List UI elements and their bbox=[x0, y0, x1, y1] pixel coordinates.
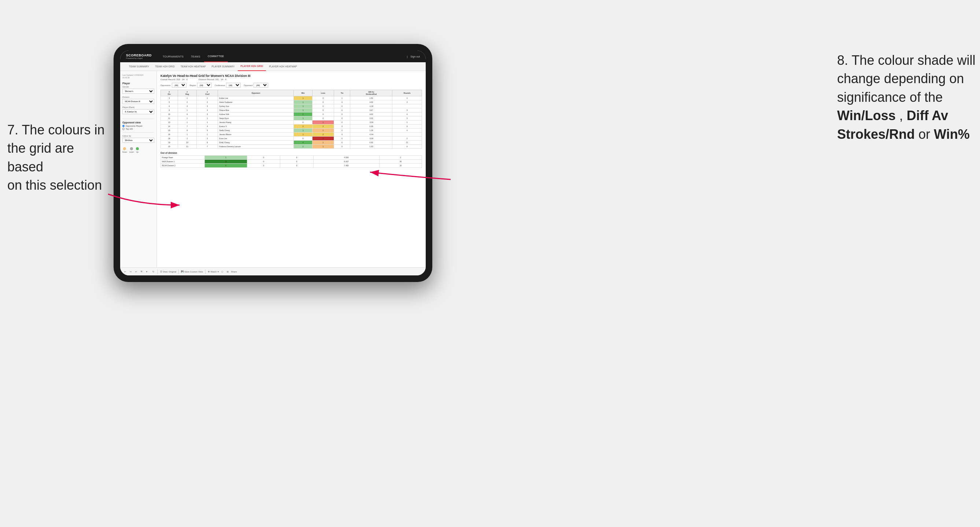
sidebar-colour-by-select[interactable]: Win/loss bbox=[123, 138, 154, 143]
sidebar-radio-opponents-played[interactable]: Opponents Played bbox=[123, 125, 154, 127]
col-loss: Loss bbox=[312, 90, 334, 96]
colour-dot-down bbox=[123, 147, 126, 150]
sidebar-gender-label: Gender bbox=[123, 86, 154, 88]
colour-dot-level bbox=[130, 147, 133, 150]
filter-opponent-select[interactable]: (All) bbox=[253, 83, 268, 87]
colour-legend-level-label: Level bbox=[129, 151, 134, 153]
sub-nav-team-summary[interactable]: TEAM SUMMARY bbox=[126, 62, 152, 71]
sub-nav-team-h2h-heatmap[interactable]: TEAM H2H HEATMAP bbox=[178, 62, 209, 71]
sidebar-colour-by-label: Colour by bbox=[123, 135, 154, 137]
toolbar-redo[interactable]: ↪ bbox=[129, 270, 133, 273]
sidebar-player-rank-select[interactable]: 8. Katelyn Vo bbox=[123, 109, 154, 114]
annotation-left: 7. The colours in the grid are based on … bbox=[7, 121, 110, 195]
table-row: 522 Alexis Sudjianto 1 0 0 4.003 bbox=[161, 100, 422, 105]
toolbar-divider-3 bbox=[205, 270, 205, 274]
table-row: NAIA Division 1 15 0 0 9.267 30 bbox=[161, 160, 422, 164]
toolbar-share[interactable]: Share bbox=[231, 271, 237, 273]
filter-opponent: Opponent (All) bbox=[243, 83, 268, 87]
sidebar-division-select[interactable]: NCAA Division III bbox=[123, 99, 154, 104]
sub-nav-player-summary[interactable]: PLAYER SUMMARY bbox=[209, 62, 238, 71]
filter-region-label: Region bbox=[189, 84, 196, 86]
filter-opponents-label: Opponents: bbox=[161, 84, 171, 86]
table-row: 311 Esther Lee 1 0 1 1.504 bbox=[161, 96, 422, 100]
nav-committee[interactable]: COMMITTEE bbox=[204, 51, 228, 62]
grid-subtitle: Overall Record: 353 - 34 - 6 Division Re… bbox=[161, 78, 422, 81]
colour-legend-down: Down bbox=[123, 147, 127, 153]
table-row: 1585 Stella Cheng 1 1 0 1.294 bbox=[161, 129, 422, 133]
table-header-row: #Div #Reg #Conf Opponent Win Loss Tie Di… bbox=[161, 90, 422, 96]
col-diff: Diff AvStrokes/Rnd bbox=[350, 90, 392, 96]
sidebar-player-title: Player bbox=[123, 82, 154, 84]
sidebar-radio-top100[interactable]: Top 100 bbox=[123, 128, 154, 130]
toolbar-copy[interactable]: ⧉ bbox=[140, 270, 143, 273]
table-row: 1311 Jessica Huang 0 1 0 -3.002 bbox=[161, 121, 422, 124]
filter-region: Region (All) bbox=[189, 83, 212, 87]
watch-icon: 👁 bbox=[208, 271, 210, 273]
colour-legend-level: Level bbox=[129, 147, 134, 153]
table-row: 1063 Andrea York 2 0 0 4.004 bbox=[161, 113, 422, 116]
sub-nav-player-h2h-heatmap[interactable]: PLAYER H2H HEATMAP bbox=[266, 62, 300, 71]
table-row: NCAA Division 2 5 0 0 7.400 10 bbox=[161, 164, 422, 168]
col-rounds: Rounds bbox=[392, 90, 422, 96]
colour-legend-up: Up bbox=[136, 147, 139, 153]
out-of-division-header: Out of division bbox=[161, 152, 422, 154]
table-row: 1611 Jessica Mason 1 2 0 -0.94 bbox=[161, 133, 422, 137]
toolbar-refresh[interactable]: ↻ bbox=[151, 270, 155, 273]
sidebar: Last Updated: 27/03/2024 16:55:38 Player… bbox=[120, 71, 157, 267]
toolbar-more[interactable]: ✦ · bbox=[145, 270, 150, 273]
sign-out-link[interactable]: Sign out bbox=[410, 55, 420, 58]
col-tie: Tie bbox=[334, 90, 350, 96]
sub-nav: TEAM SUMMARY TEAM H2H GRID TEAM H2H HEAT… bbox=[120, 62, 426, 71]
sub-nav-team-h2h-grid[interactable]: TEAM H2H GRID bbox=[152, 62, 178, 71]
toolbar-save-custom[interactable]: 💾 Save Custom View bbox=[181, 270, 203, 273]
division-record: Division Record: 331 - 34 - 6 bbox=[199, 78, 226, 81]
sidebar-gender-select[interactable]: Women's bbox=[123, 89, 154, 94]
table-row: 20117 Federica Domecq Lacroze 2 1 0 1.33… bbox=[161, 144, 422, 149]
toolbar-undo[interactable]: ↩ bbox=[123, 270, 127, 273]
table-row: 19106 Emily Chang 4 1 0 0.3011 bbox=[161, 141, 422, 144]
toolbar-view-original[interactable]: ☰ View: Original bbox=[160, 270, 176, 273]
filter-conference-select[interactable]: (All) bbox=[226, 83, 241, 87]
filter-region-select[interactable]: (All) bbox=[197, 83, 212, 87]
sidebar-opponent-view-title: Opponent view bbox=[123, 121, 154, 124]
radio-opponents-played-input[interactable] bbox=[123, 125, 124, 127]
toolbar-divider-2 bbox=[178, 270, 179, 274]
sidebar-colour-section: Colour by Win/loss Down Level bbox=[123, 135, 154, 153]
filter-conference: Conference (All) bbox=[215, 83, 241, 87]
radio-opponents-played-label: Opponents Played bbox=[126, 125, 142, 127]
toolbar-divider-1 bbox=[158, 270, 158, 274]
toolbar-export[interactable]: ⬡ bbox=[220, 270, 224, 273]
table-row: 633 Sydney Kuo 1 0 0 -1.00 bbox=[161, 105, 422, 108]
col-win: Win bbox=[294, 90, 312, 96]
toolbar-watch[interactable]: 👁 Watch ▾ bbox=[208, 270, 219, 273]
content-area: Katelyn Vo Head-to-Head Grid for Women's… bbox=[157, 71, 426, 267]
grid-title: Katelyn Vo Head-to-Head Grid for Women's… bbox=[161, 74, 422, 78]
filter-row: Opponents: (All) Region (All) Conference bbox=[161, 83, 422, 87]
main-content: Last Updated: 27/03/2024 16:55:38 Player… bbox=[120, 71, 426, 267]
col-div: #Div bbox=[161, 90, 178, 96]
colour-dot-up bbox=[136, 147, 139, 150]
toolbar-back[interactable]: ↩ bbox=[134, 270, 138, 273]
view-original-icon: ☰ bbox=[160, 270, 162, 273]
bottom-toolbar: ↩ ↪ ↩ ⧉ ✦ · ↻ ☰ View: Original 💾 Save Cu… bbox=[120, 267, 426, 275]
col-opponent: Opponent bbox=[218, 90, 294, 96]
nav-teams[interactable]: TEAMS bbox=[187, 51, 204, 62]
filter-conference-label: Conference bbox=[215, 84, 225, 86]
nav-tournaments[interactable]: TOURNAMENTS bbox=[159, 51, 187, 62]
save-icon: 💾 bbox=[181, 270, 183, 273]
colour-legend: Down Level Up bbox=[123, 147, 154, 153]
filter-opponents-select[interactable]: (All) bbox=[172, 83, 186, 87]
top-nav: SCOREBOARD Powered by clippd TOURNAMENTS… bbox=[120, 51, 426, 62]
filter-opponent-label: Opponent bbox=[243, 84, 253, 86]
radio-top100-input[interactable] bbox=[123, 128, 124, 130]
tablet-device: SCOREBOARD Powered by clippd TOURNAMENTS… bbox=[114, 44, 432, 282]
table-row: Foreign Team 1 0 0 4.500 2 bbox=[161, 156, 422, 160]
sub-nav-player-h2h-grid[interactable]: PLAYER H2H GRID bbox=[238, 62, 266, 71]
toolbar-grid[interactable]: ⊞ bbox=[226, 270, 230, 273]
logo-sub: Powered by clippd bbox=[126, 57, 152, 59]
table-row: 1822 Euna Lee 0 2 0 -5.002 bbox=[161, 137, 422, 141]
watch-dropdown-icon: ▾ bbox=[218, 270, 219, 273]
table-row: 914 Sharon Mun 1 0 0 3.673 bbox=[161, 108, 422, 113]
overall-record: Overall Record: 353 - 34 - 6 bbox=[161, 78, 188, 81]
sidebar-radio-group: Opponents Played Top 100 bbox=[123, 125, 154, 130]
